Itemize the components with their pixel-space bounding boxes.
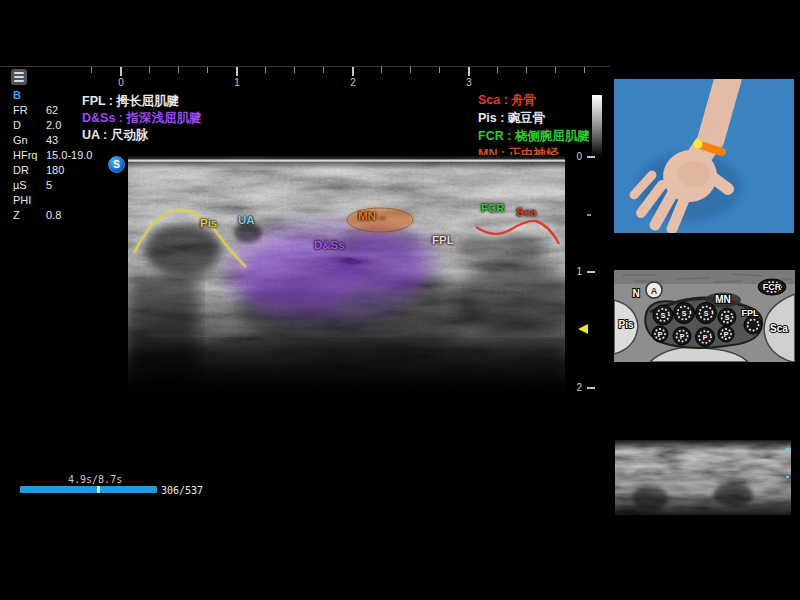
diagram-label-ulnar-nerve: N	[632, 288, 639, 299]
param-row: µS5	[13, 178, 123, 193]
ultrasound-render	[128, 155, 565, 395]
horizontal-scale-ruler: 0 1 2 3	[91, 67, 591, 89]
us-label-fcr: FCR	[481, 202, 505, 214]
legend-item: D&Ss : 指深浅屈肌腱	[82, 110, 201, 127]
us-label-pisiform: Pis	[200, 217, 217, 229]
ruler-major-tick	[120, 67, 122, 76]
ruler-major-tick	[236, 67, 238, 76]
depth-label: 1	[570, 266, 582, 277]
focus-marker-icon[interactable]	[578, 324, 588, 334]
tendon-letter-p: P	[724, 331, 729, 338]
menu-hamburger-icon[interactable]	[11, 69, 27, 85]
ultrasound-app-window: { "sidebar": { "mode": "B", "params": [ …	[0, 0, 800, 600]
diagram-label-fcr: FCR	[763, 282, 782, 292]
main-ultrasound-image[interactable]: Pis UA MN→ D&Ss FPL FCR Sca	[128, 155, 565, 395]
tendon-letter-s: S	[661, 312, 666, 319]
probe-position-photo[interactable]	[614, 79, 794, 233]
mn-arrow-icon: →	[376, 210, 388, 222]
tendon-letter-s: S	[704, 310, 709, 317]
tendon-letter-p: P	[680, 333, 685, 340]
depth-label: 0	[570, 151, 582, 162]
diagram-label-ulnar-artery: A	[651, 286, 658, 296]
ruler-minor-ticks	[91, 67, 585, 73]
ruler-label: 0	[118, 77, 124, 88]
anatomy-diagram-thumbnail[interactable]: N A MN FCR FPL Pis Sca S S S S P P P P	[614, 270, 795, 362]
tendon-letter-p: P	[658, 331, 663, 338]
us-label-ulnar-artery: UA	[238, 214, 255, 226]
thumb-scale-mark	[786, 476, 789, 478]
diagram-label-fpl: FPL	[742, 308, 760, 318]
legend-item: Sca : 舟骨	[478, 91, 590, 109]
diagram-label-median-nerve: MN	[715, 294, 731, 305]
depth-major-tick	[587, 156, 595, 158]
tendon-letter-p: P	[703, 334, 708, 341]
reference-ultrasound-thumbnail[interactable]	[615, 440, 791, 515]
us-label-median-nerve: MN→	[358, 210, 387, 222]
cine-time-display: 4.9s/8.7s	[68, 474, 122, 485]
us-label-flexor-digitorum: D&Ss	[314, 239, 345, 251]
depth-minor-tick	[587, 214, 591, 216]
param-row: DR180	[13, 163, 123, 178]
ruler-label: 1	[234, 77, 240, 88]
us-label-scaphoid: Sca	[516, 206, 536, 218]
param-row: Z0.8	[13, 208, 123, 223]
ruler-label: 2	[350, 77, 356, 88]
tendon-letter-s: S	[682, 310, 687, 317]
probe-orientation-logo: S	[108, 156, 125, 173]
diagram-label-scaphoid: Sca	[770, 323, 788, 334]
legend-item: FCR : 桡侧腕屈肌腱	[478, 127, 590, 145]
tendon-letter-s: S	[725, 314, 730, 321]
cine-position-marker[interactable]	[97, 486, 100, 493]
depth-major-tick	[587, 271, 595, 273]
legend-item: Pis : 豌豆骨	[478, 109, 590, 127]
depth-label: 2	[570, 382, 582, 393]
ruler-major-tick	[352, 67, 354, 76]
cine-progress-bar[interactable]	[20, 486, 157, 493]
param-row: HFrq15.0-19.0	[13, 148, 123, 163]
diagram-label-pisiform: Pis	[618, 319, 633, 330]
us-label-fpl: FPL	[432, 234, 454, 246]
cine-frame-counter: 306/537	[161, 485, 203, 496]
depth-major-tick	[587, 387, 595, 389]
legend-item: UA : 尺动脉	[82, 127, 201, 144]
param-row: PHI	[13, 193, 123, 208]
ruler-major-tick	[468, 67, 470, 76]
grayscale-bar	[592, 95, 602, 157]
legend-left: FPL : 拇长屈肌腱 D&Ss : 指深浅屈肌腱 UA : 尺动脉	[82, 93, 201, 144]
thumb-scale-mark	[786, 448, 790, 450]
probe-orientation-dot	[694, 140, 703, 149]
legend-item: FPL : 拇长屈肌腱	[82, 93, 201, 110]
ruler-label: 3	[466, 77, 472, 88]
